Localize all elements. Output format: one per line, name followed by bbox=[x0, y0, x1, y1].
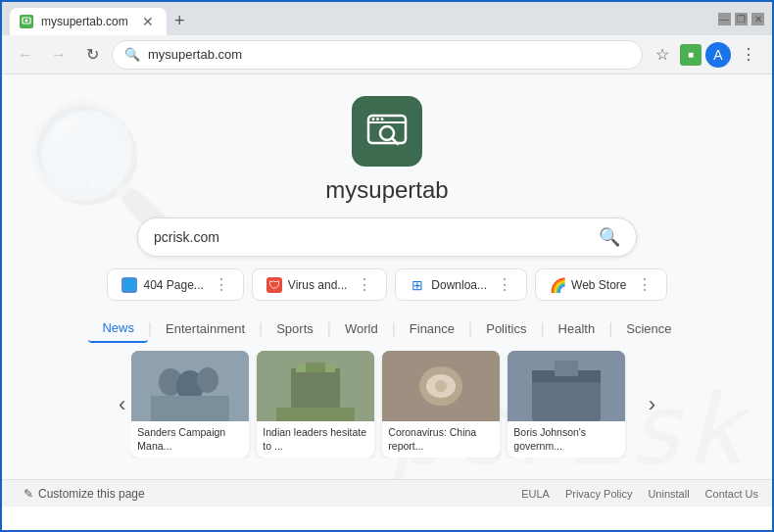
bookmark-favicon-webstore: 🌈 bbox=[550, 277, 565, 293]
footer-links: EULA Privacy Policy Uninstall Contact Us bbox=[521, 488, 758, 500]
svg-point-22 bbox=[435, 380, 447, 392]
bookmark-favicon-download: ⊞ bbox=[410, 277, 425, 293]
menu-button[interactable]: ⋮ bbox=[735, 41, 762, 69]
bookmark-favicon-404: 🌐 bbox=[121, 277, 137, 293]
footer-privacy[interactable]: Privacy Policy bbox=[565, 488, 632, 500]
bookmark-label-download: Downloa... bbox=[431, 278, 487, 292]
bookmark-item-virus[interactable]: 🛡 Virus and... ⋮ bbox=[252, 268, 387, 301]
url-lock-icon: 🔍 bbox=[124, 47, 140, 62]
svg-point-12 bbox=[197, 367, 218, 393]
news-image-boris bbox=[508, 351, 625, 421]
refresh-button[interactable]: ↻ bbox=[78, 41, 106, 69]
svg-rect-18 bbox=[276, 408, 355, 421]
bookmark-item-download[interactable]: ⊞ Downloa... ⋮ bbox=[395, 268, 527, 301]
svg-point-1 bbox=[25, 20, 28, 23]
news-caption-sanders: Sanders Campaign Mana... bbox=[131, 421, 249, 458]
news-next-button[interactable]: › bbox=[643, 388, 661, 421]
news-caption-boris: Boris Johnson's governm... bbox=[508, 421, 625, 458]
logo-area: mysupertab bbox=[325, 96, 448, 204]
maximize-button[interactable]: ❐ bbox=[735, 13, 748, 25]
minimize-button[interactable]: — bbox=[718, 13, 731, 25]
bookmark-label-404: 404 Page... bbox=[143, 278, 203, 292]
svg-point-6 bbox=[371, 118, 374, 121]
footer: ✎ Customize this page EULA Privacy Polic… bbox=[2, 479, 772, 507]
tab-area: mysupertab.com ✕ + bbox=[10, 2, 712, 35]
tab-politics[interactable]: Politics bbox=[472, 315, 540, 342]
news-caption-corona: Coronavirus: China report... bbox=[382, 421, 500, 458]
news-image-sanders bbox=[131, 351, 249, 421]
bookmark-menu-download[interactable]: ⋮ bbox=[497, 275, 512, 294]
svg-rect-13 bbox=[151, 396, 229, 421]
main-page: 🔍 pcrisk mysupertab 🔍 🌐 404 Page... ⋮ bbox=[2, 74, 772, 507]
bookmark-star-button[interactable]: ☆ bbox=[649, 41, 676, 69]
svg-rect-15 bbox=[291, 368, 340, 408]
bookmark-item-webstore[interactable]: 🌈 Web Store ⋮ bbox=[535, 268, 666, 301]
close-button[interactable]: ✕ bbox=[751, 13, 764, 25]
customize-icon: ✎ bbox=[24, 487, 33, 501]
tab-close-button[interactable]: ✕ bbox=[139, 13, 157, 30]
url-text: mysupertab.com bbox=[148, 47, 630, 62]
tab-science[interactable]: Science bbox=[612, 315, 685, 342]
url-bar[interactable]: 🔍 mysupertab.com bbox=[112, 40, 643, 70]
news-card-sanders[interactable]: Sanders Campaign Mana... bbox=[131, 351, 249, 458]
tab-world[interactable]: World bbox=[331, 315, 392, 342]
news-cards: Sanders Campaign Mana... Indian leaders … bbox=[131, 351, 642, 458]
bookmark-label-virus: Virus and... bbox=[288, 278, 347, 292]
news-prev-button[interactable]: ‹ bbox=[113, 388, 131, 421]
news-tabs: News | Entertainment | Sports | World | … bbox=[88, 314, 685, 343]
footer-uninstall[interactable]: Uninstall bbox=[648, 488, 689, 500]
footer-contact[interactable]: Contact Us bbox=[705, 488, 758, 500]
logo-icon bbox=[352, 96, 422, 167]
news-card-india[interactable]: Indian leaders hesitate to ... bbox=[257, 351, 374, 458]
search-input[interactable] bbox=[154, 229, 599, 245]
bookmarks-row: 🌐 404 Page... ⋮ 🛡 Virus and... ⋮ ⊞ Downl… bbox=[107, 268, 666, 301]
tab-finance[interactable]: Finance bbox=[396, 315, 468, 342]
news-image-corona bbox=[382, 351, 500, 421]
tab-favicon bbox=[20, 15, 33, 28]
tab-title: mysupertab.com bbox=[41, 15, 128, 28]
bookmark-item-404[interactable]: 🌐 404 Page... ⋮ bbox=[107, 268, 243, 301]
profile-button[interactable]: A bbox=[705, 42, 731, 68]
customize-label: Customize this page bbox=[38, 487, 145, 501]
address-bar: ← → ↻ 🔍 mysupertab.com ☆ ■ A ⋮ bbox=[2, 35, 772, 74]
customize-button[interactable]: ✎ Customize this page bbox=[16, 485, 153, 503]
search-box: 🔍 bbox=[137, 218, 637, 257]
forward-button[interactable]: → bbox=[45, 41, 73, 69]
news-caption-india: Indian leaders hesitate to ... bbox=[257, 421, 374, 458]
logo-title: mysupertab bbox=[325, 176, 448, 204]
window-controls: — ❐ ✕ bbox=[718, 13, 764, 25]
bookmark-menu-webstore[interactable]: ⋮ bbox=[637, 275, 653, 294]
news-image-india bbox=[257, 351, 374, 421]
svg-point-7 bbox=[376, 118, 379, 121]
search-submit-button[interactable]: 🔍 bbox=[599, 226, 620, 248]
svg-rect-17 bbox=[306, 363, 325, 372]
news-card-boris[interactable]: Boris Johnson's governm... bbox=[508, 351, 625, 458]
tab-entertainment[interactable]: Entertainment bbox=[152, 315, 259, 342]
toolbar-icons: ☆ ■ A ⋮ bbox=[649, 41, 762, 69]
tab-health[interactable]: Health bbox=[545, 315, 609, 342]
bookmark-favicon-virus: 🛡 bbox=[266, 277, 282, 293]
footer-eula[interactable]: EULA bbox=[521, 488, 550, 500]
active-tab[interactable]: mysupertab.com ✕ bbox=[10, 8, 167, 35]
extension-button[interactable]: ■ bbox=[680, 44, 701, 66]
back-button[interactable]: ← bbox=[12, 41, 39, 69]
svg-rect-26 bbox=[555, 361, 578, 376]
new-tab-button[interactable]: + bbox=[167, 7, 193, 35]
title-bar: mysupertab.com ✕ + — ❐ ✕ bbox=[2, 2, 772, 35]
svg-point-8 bbox=[380, 118, 383, 121]
news-card-corona[interactable]: Coronavirus: China report... bbox=[382, 351, 500, 458]
news-row: ‹ Sanders Campaign Mana... bbox=[113, 351, 661, 458]
tab-sports[interactable]: Sports bbox=[263, 315, 327, 342]
bookmark-menu-virus[interactable]: ⋮ bbox=[357, 275, 372, 294]
bookmark-menu-404[interactable]: ⋮ bbox=[214, 275, 229, 294]
tab-news[interactable]: News bbox=[88, 314, 148, 343]
bookmark-label-webstore: Web Store bbox=[571, 278, 626, 292]
